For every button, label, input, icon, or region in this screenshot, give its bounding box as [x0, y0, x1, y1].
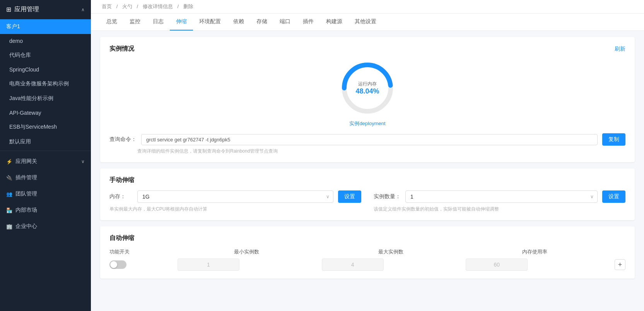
max-instances-cell: 4 — [322, 258, 460, 271]
col-memory: 内存使用率 — [466, 248, 604, 255]
auto-scale-column-headers: 功能开关 最小实例数 最大实例数 内存使用率 — [109, 248, 625, 258]
col-toggle: 功能开关 — [109, 248, 171, 255]
scale-row: 内存： 128M 256M 512M 1G 2G 4G 8G — [109, 190, 625, 212]
breadcrumb-fire[interactable]: 火勺 — [122, 3, 132, 9]
instance-count-scale-item: 实例数量： 1 2 3 4 5 ∨ 设置 — [374, 190, 625, 212]
content-area: 实例情况 刷新 运行内存 48.04% 实例deploymen — [91, 31, 644, 311]
sidebar-section-app-gateway[interactable]: ⚡应用网关∨ — [0, 154, 91, 169]
sidebar-section-enterprise-center[interactable]: 🏢企业中心 — [0, 219, 91, 234]
gauge-value: 48.04% — [355, 87, 379, 95]
sidebar-item-code-repo[interactable]: 代码仓库 — [0, 48, 91, 63]
sidebar-item-java-perf[interactable]: Java性能分析示例 — [0, 91, 91, 106]
max-instances-input: 4 — [322, 258, 384, 271]
tab-logs[interactable]: 日志 — [147, 14, 170, 31]
gauge-deployment-link[interactable]: 实例deployment — [349, 120, 385, 127]
memory-select[interactable]: 128M 256M 512M 1G 2G 4G 8G — [137, 190, 333, 203]
tab-plugins[interactable]: 插件 — [297, 14, 320, 31]
memory-select-wrapper: 128M 256M 512M 1G 2G 4G 8G ∨ — [137, 190, 333, 203]
instance-count-row: 实例数量： 1 2 3 4 5 ∨ 设置 — [374, 190, 625, 203]
breadcrumb-sep-1: / — [116, 3, 118, 9]
memory-set-button[interactable]: 设置 — [338, 190, 361, 203]
enterprise-center-label: 企业中心 — [15, 223, 37, 230]
manual-scale-card: 手动伸缩 内存： 128M 256M 512M 1G 2G — [100, 168, 635, 220]
tab-build-src[interactable]: 构建源 — [320, 14, 348, 31]
query-hint: 查询详细的组件实例信息，请复制查询命令到Rainbond管理节点查询 — [137, 148, 625, 155]
gauge-memory-label: 运行内存 — [355, 81, 379, 87]
app-gateway-label: 应用网关 — [15, 158, 37, 165]
main-content: 首页 / 火勺 / 修改详情信息 / 删除 总览监控日志伸缩环境配置依赖存储端口… — [91, 0, 644, 311]
query-row: 查询命令： 复制 — [109, 133, 625, 146]
auto-scale-toggle[interactable] — [109, 260, 126, 269]
breadcrumb-home[interactable]: 首页 — [102, 3, 112, 9]
auto-scale-data-row: 1 4 60 + — [109, 258, 625, 271]
sidebar-item-default-app[interactable]: 默认应用 — [0, 134, 91, 149]
sidebar-item-spring-cloud[interactable]: SpringCloud — [0, 63, 91, 76]
internal-market-label: 内部市场 — [15, 207, 37, 214]
sidebar-active-item[interactable]: 客户1 — [0, 19, 91, 34]
copy-button[interactable]: 复制 — [602, 133, 625, 146]
sidebar-item-ecommerce[interactable]: 电商业务微服务架构示例 — [0, 76, 91, 91]
memory-label: 内存： — [109, 193, 133, 200]
memory-usage-input: 60 — [466, 258, 528, 271]
breadcrumb-sep-2: / — [137, 3, 138, 9]
breadcrumb-modify[interactable]: 修改详情信息 — [143, 3, 173, 9]
query-input[interactable] — [141, 134, 598, 145]
instance-title: 实例情况 — [109, 45, 134, 53]
instance-count-set-button[interactable]: 设置 — [602, 190, 625, 203]
sidebar-section-team-mgmt[interactable]: 👥团队管理 — [0, 187, 91, 201]
instance-count-select[interactable]: 1 2 3 4 5 — [405, 190, 598, 203]
sidebar-item-demo[interactable]: demo — [0, 34, 91, 48]
auto-scale-title: 自动伸缩 — [109, 234, 134, 242]
plugin-mgmt-icon: 🔌 — [6, 175, 12, 181]
sidebar-section-internal-market[interactable]: 🏪内部市场 — [0, 203, 91, 218]
gauge-wrap: 运行内存 48.04% — [338, 59, 396, 117]
toggle-cell — [109, 260, 171, 269]
toggle-knob — [110, 261, 117, 268]
app-gateway-chevron: ∨ — [81, 159, 85, 164]
tab-monitor[interactable]: 监控 — [123, 14, 147, 31]
instance-count-select-wrapper: 1 2 3 4 5 ∨ — [405, 190, 598, 203]
tab-scale[interactable]: 伸缩 — [170, 14, 193, 31]
app-gateway-icon: ⚡ — [6, 159, 12, 165]
gauge-label: 运行内存 48.04% — [355, 81, 379, 95]
sidebar-item-esb-service-mesh[interactable]: ESB与ServiceMesh — [0, 120, 91, 134]
min-instances-input: 1 — [178, 258, 239, 271]
auto-scale-header: 自动伸缩 — [109, 234, 625, 242]
auto-scale-card: 自动伸缩 功能开关 最小实例数 最大实例数 内存使用率 — [100, 226, 635, 279]
sidebar-collapse-chevron[interactable]: ∧ — [81, 7, 85, 12]
auto-scale-table: 功能开关 最小实例数 最大实例数 内存使用率 1 — [109, 248, 625, 271]
tab-ports[interactable]: 端口 — [273, 14, 297, 31]
tab-deps[interactable]: 依赖 — [227, 14, 250, 31]
breadcrumb-delete[interactable]: 删除 — [183, 3, 193, 9]
breadcrumb-sep-3: / — [177, 3, 179, 9]
internal-market-icon: 🏪 — [6, 207, 12, 213]
gauge-container: 运行内存 48.04% 实例deployment — [109, 59, 625, 127]
sidebar-section-plugin-mgmt[interactable]: 🔌插件管理 — [0, 170, 91, 185]
instance-section-card: 实例情况 刷新 运行内存 48.04% 实例deploymen — [100, 37, 635, 162]
tab-other-settings[interactable]: 其他设置 — [348, 14, 383, 31]
tab-bar: 总览监控日志伸缩环境配置依赖存储端口插件构建源其他设置 — [91, 14, 644, 31]
sidebar-sections: ⚡应用网关∨🔌插件管理👥团队管理🏪内部市场🏢企业中心 — [0, 153, 91, 234]
add-auto-scale-rule-button[interactable]: + — [615, 259, 625, 270]
tab-storage[interactable]: 存储 — [250, 14, 273, 31]
plugin-mgmt-label: 插件管理 — [15, 174, 37, 181]
sidebar-title: 应用管理 — [14, 5, 39, 14]
tab-overview[interactable]: 总览 — [100, 14, 123, 31]
col-max: 最大实例数 — [322, 248, 460, 255]
team-mgmt-icon: 👥 — [6, 191, 12, 197]
instance-card-header: 实例情况 刷新 — [109, 45, 625, 53]
manual-scale-header: 手动伸缩 — [109, 176, 625, 184]
manual-scale-title: 手动伸缩 — [109, 176, 134, 184]
query-label: 查询命令： — [109, 136, 137, 143]
sidebar-divider-1 — [0, 151, 91, 151]
memory-hint: 单实例最大内存，最大CPU将根据内存自动计算 — [109, 206, 361, 212]
min-instances-cell: 1 — [178, 258, 316, 271]
enterprise-center-icon: 🏢 — [6, 224, 12, 229]
refresh-button[interactable]: 刷新 — [615, 46, 625, 53]
sidebar-item-api-gateway[interactable]: API-Gateway — [0, 106, 91, 120]
memory-scale-row: 内存： 128M 256M 512M 1G 2G 4G 8G — [109, 190, 361, 203]
team-mgmt-label: 团队管理 — [15, 190, 37, 197]
instance-count-label: 实例数量： — [374, 193, 401, 200]
tab-env-config[interactable]: 环境配置 — [193, 14, 227, 31]
sidebar: ⊞ 应用管理 ∧ 客户1 demo代码仓库SpringCloud电商业务微服务架… — [0, 0, 91, 311]
